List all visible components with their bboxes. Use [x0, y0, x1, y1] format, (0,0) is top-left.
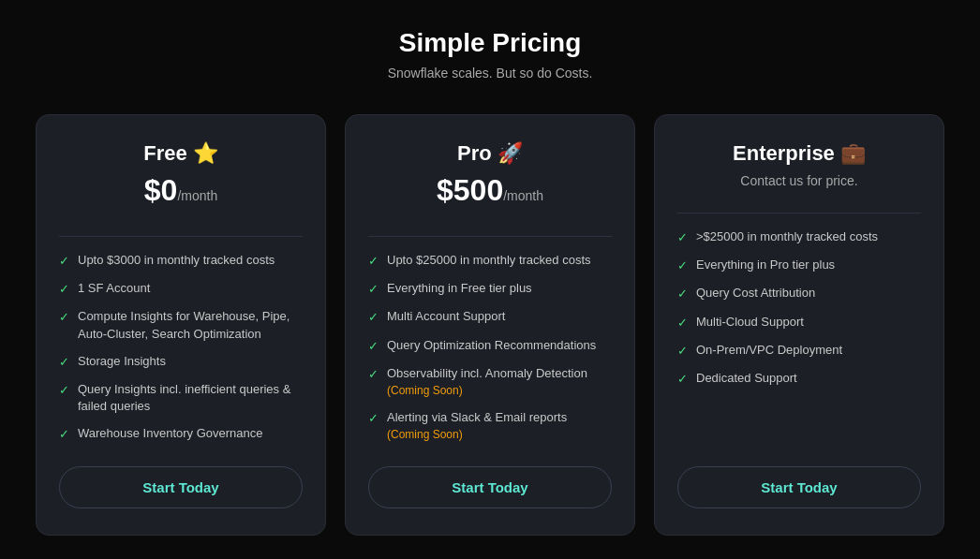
feature-text: Multi-Cloud Support — [696, 314, 804, 331]
features-list-enterprise: ✓>$25000 in monthly tracked costs✓Everyt… — [677, 228, 921, 444]
check-icon: ✓ — [59, 253, 69, 270]
features-list-free: ✓Upto $3000 in monthly tracked costs✓1 S… — [59, 252, 303, 444]
card-free: Free ⭐$0/month✓Upto $3000 in monthly tra… — [36, 114, 326, 536]
feature-text: Query Optimization Recommendations — [387, 337, 596, 354]
features-list-pro: ✓Upto $25000 in monthly tracked costs✓Ev… — [368, 252, 612, 444]
list-item: ✓Everything in Pro tier plus — [677, 257, 921, 274]
check-icon: ✓ — [59, 354, 69, 371]
page-header: Simple Pricing Snowflake scales. But so … — [388, 28, 593, 81]
check-icon: ✓ — [677, 315, 688, 331]
feature-text: 1 SF Account — [78, 280, 150, 297]
pricing-cards-container: Free ⭐$0/month✓Upto $3000 in monthly tra… — [22, 114, 958, 536]
check-icon: ✓ — [368, 253, 379, 270]
check-icon: ✓ — [59, 281, 69, 298]
check-icon: ✓ — [677, 371, 688, 388]
card-header-pro: Pro 🚀$500/month — [368, 141, 612, 212]
start-button-free[interactable]: Start Today — [59, 466, 303, 508]
feature-text: Alerting via Slack & Email reports (Comi… — [387, 409, 612, 443]
feature-text: Compute Insights for Warehouse, Pipe, Au… — [78, 308, 303, 342]
check-icon: ✓ — [677, 343, 688, 360]
start-button-enterprise[interactable]: Start Today — [677, 466, 921, 508]
check-icon: ✓ — [59, 426, 69, 443]
list-item: ✓Multi-Cloud Support — [677, 314, 921, 331]
plan-price-free: $0/month — [59, 173, 303, 208]
plan-subtext-enterprise: Contact us for price. — [677, 173, 921, 188]
feature-text: Everything in Free tier plus — [387, 280, 532, 297]
feature-text: Storage Insights — [78, 353, 166, 370]
check-icon: ✓ — [368, 410, 379, 427]
check-icon: ✓ — [677, 286, 688, 302]
list-item: ✓1 SF Account — [59, 280, 303, 298]
list-item: ✓Dedicated Support — [677, 370, 921, 388]
feature-text: Query Insights incl. inefficient queries… — [78, 381, 303, 415]
divider-free — [59, 236, 303, 237]
card-header-free: Free ⭐$0/month — [59, 141, 303, 212]
list-item: ✓Everything in Free tier plus — [368, 280, 612, 298]
list-item: ✓Query Optimization Recommendations — [368, 337, 612, 355]
check-icon: ✓ — [59, 309, 69, 326]
list-item: ✓>$25000 in monthly tracked costs — [677, 228, 921, 246]
list-item: ✓Upto $25000 in monthly tracked costs — [368, 252, 612, 270]
check-icon: ✓ — [368, 309, 379, 326]
plan-price-pro: $500/month — [368, 173, 612, 208]
feature-text: On-Prem/VPC Deployment — [696, 342, 842, 359]
feature-text: Warehouse Inventory Governance — [78, 425, 263, 442]
check-icon: ✓ — [59, 382, 69, 399]
list-item: ✓Query Insights incl. inefficient querie… — [59, 381, 303, 415]
list-item: ✓Observability incl. Anomaly Detection (… — [368, 365, 612, 399]
plan-title-pro: Pro 🚀 — [368, 141, 612, 166]
list-item: ✓Compute Insights for Warehouse, Pipe, A… — [59, 308, 303, 342]
check-icon: ✓ — [368, 338, 379, 355]
check-icon: ✓ — [677, 257, 688, 274]
card-header-enterprise: Enterprise 💼Contact us for price. — [677, 141, 921, 188]
check-icon: ✓ — [677, 229, 688, 246]
check-icon: ✓ — [368, 366, 379, 383]
list-item: ✓Upto $3000 in monthly tracked costs — [59, 252, 303, 270]
feature-text: Query Cost Attribution — [696, 285, 815, 302]
list-item: ✓Alerting via Slack & Email reports (Com… — [368, 409, 612, 443]
divider-enterprise — [677, 213, 921, 213]
coming-soon-badge: (Coming Soon) — [387, 428, 463, 441]
feature-text: Upto $3000 in monthly tracked costs — [78, 252, 275, 269]
list-item: ✓Warehouse Inventory Governance — [59, 425, 303, 443]
feature-text: Dedicated Support — [696, 370, 797, 387]
feature-text: >$25000 in monthly tracked costs — [696, 228, 878, 245]
feature-text: Multi Account Support — [387, 308, 505, 325]
card-enterprise: Enterprise 💼Contact us for price.✓>$2500… — [654, 114, 944, 536]
coming-soon-badge: (Coming Soon) — [387, 384, 463, 397]
card-pro: Pro 🚀$500/month✓Upto $25000 in monthly t… — [345, 114, 635, 536]
divider-pro — [368, 236, 612, 237]
list-item: ✓Multi Account Support — [368, 308, 612, 326]
page-title: Simple Pricing — [388, 28, 593, 58]
feature-text: Everything in Pro tier plus — [696, 257, 835, 273]
list-item: ✓On-Prem/VPC Deployment — [677, 342, 921, 360]
list-item: ✓Query Cost Attribution — [677, 285, 921, 302]
check-icon: ✓ — [368, 281, 379, 298]
plan-title-free: Free ⭐ — [59, 141, 303, 166]
plan-title-enterprise: Enterprise 💼 — [677, 141, 921, 166]
feature-text: Upto $25000 in monthly tracked costs — [387, 252, 591, 269]
start-button-pro[interactable]: Start Today — [368, 466, 612, 508]
feature-text: Observability incl. Anomaly Detection (C… — [387, 365, 612, 399]
list-item: ✓Storage Insights — [59, 353, 303, 371]
page-subtitle: Snowflake scales. But so do Costs. — [388, 66, 593, 81]
